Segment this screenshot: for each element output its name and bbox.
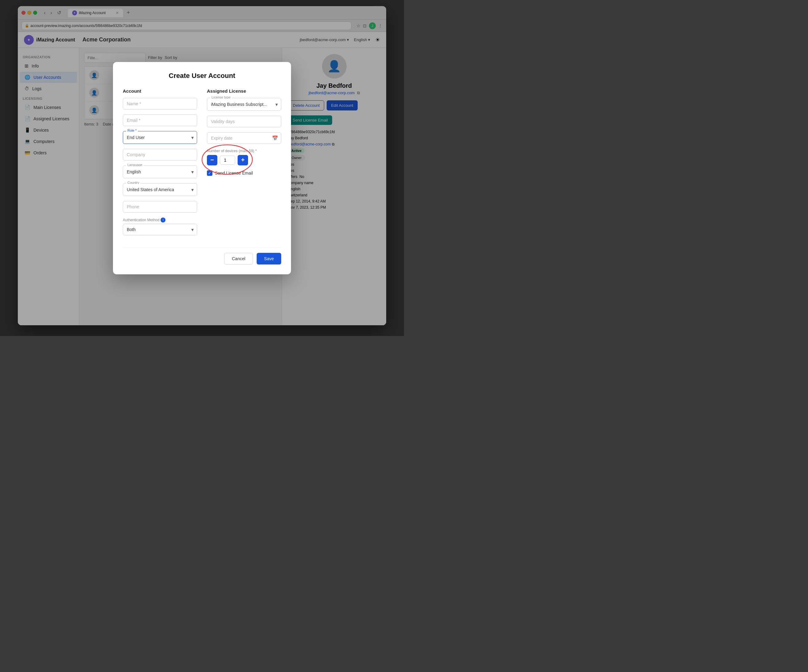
name-input[interactable]	[123, 98, 197, 110]
send-email-row: ✓ Send License Email	[207, 170, 281, 176]
email-field	[123, 115, 197, 126]
modal-columns: Account Role *	[123, 88, 281, 240]
license-column: Assigned License License type iMazing Bu…	[207, 88, 281, 240]
expiry-date-field: 📅	[207, 132, 281, 144]
license-type-select[interactable]: iMazing Business Subscript...	[207, 99, 281, 110]
company-field	[123, 149, 197, 160]
role-select[interactable]: End User Admin Owner	[123, 132, 197, 143]
devices-counter: − +	[207, 155, 281, 165]
modal-overlay: Create User Account Account	[18, 6, 386, 325]
country-field: Country United States of America Switzer…	[123, 183, 197, 196]
auth-method-label: Authentication Method	[123, 218, 159, 222]
save-button[interactable]: Save	[257, 253, 281, 265]
modal-title: Create User Account	[123, 72, 281, 80]
email-input[interactable]	[123, 115, 197, 126]
license-type-field: License type iMazing Business Subscript.…	[207, 98, 281, 111]
name-field	[123, 98, 197, 110]
phone-input[interactable]	[123, 201, 197, 213]
devices-label: Number of devices (max. 59) *	[207, 149, 281, 153]
role-field: Role * End User Admin Owner ▾	[123, 131, 197, 144]
phone-field	[123, 201, 197, 213]
devices-input[interactable]	[220, 155, 235, 165]
create-user-account-modal: Create User Account Account	[113, 62, 291, 274]
validity-days-field	[207, 116, 281, 127]
auth-info-icon[interactable]: i	[160, 218, 165, 222]
send-email-label: Send License Email	[215, 171, 253, 175]
devices-section: Number of devices (max. 59) * − +	[207, 149, 281, 165]
browser-window: ‹ › ↺ ✦ iMazing Account ✕ + 🔒 account-pr…	[18, 6, 386, 325]
auth-method-select[interactable]: Both Password SSO	[123, 224, 197, 235]
company-input[interactable]	[123, 149, 197, 160]
expiry-date-input[interactable]	[207, 132, 281, 144]
validity-days-input[interactable]	[207, 116, 281, 127]
auth-method-field: Authentication Method i Both Password SS…	[123, 218, 197, 235]
cancel-button[interactable]: Cancel	[224, 253, 253, 265]
calendar-icon[interactable]: 📅	[272, 135, 278, 141]
language-select[interactable]: English French German	[123, 166, 197, 177]
modal-footer: Cancel Save	[123, 248, 281, 265]
country-select[interactable]: United States of America Switzerland Fra…	[123, 184, 197, 195]
account-section-label: Account	[123, 88, 197, 93]
devices-decrement-button[interactable]: −	[207, 155, 217, 165]
language-field: Language English French German ▾	[123, 165, 197, 178]
send-email-checkbox[interactable]: ✓	[207, 170, 212, 176]
account-column: Account Role *	[123, 88, 197, 240]
app-content: ✦ iMazing Account Acme Corporation jbedf…	[18, 32, 386, 325]
license-section-label: Assigned License	[207, 88, 281, 93]
devices-increment-button[interactable]: +	[238, 155, 248, 165]
